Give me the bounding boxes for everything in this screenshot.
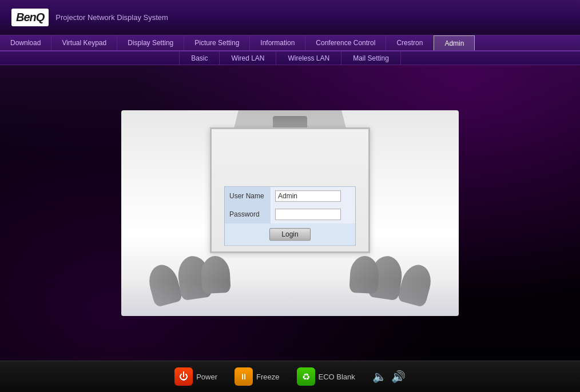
password-input[interactable] [275,209,341,220]
floor [121,282,459,316]
main-content: User Name Password Login [0,65,580,361]
bottom-toolbar: ⏻ Power ⏸ Freeze ♻ ECO Blank 🔈 🔊 [0,361,580,392]
nav-conference-control[interactable]: Conference Control [305,35,386,50]
username-row: User Name [225,187,355,205]
power-label: Power [196,373,217,381]
nav-crestron[interactable]: Crestron [386,35,434,50]
eco-icon: ♻ [297,367,315,386]
power-button[interactable]: ⏻ Power [174,367,217,386]
logo-area: BenQ Projector Network Display System [11,9,168,26]
password-row: Password [225,205,355,223]
username-input-cell [271,187,355,205]
freeze-label: Freeze [256,373,279,381]
login-button-row: Login [225,223,355,245]
eco-blank-label: ECO Blank [319,373,355,381]
login-table: User Name Password Login [225,187,355,245]
navbar: Download Virtual Keypad Display Setting … [0,35,580,51]
subnav-mail-setting[interactable]: Mail Setting [341,51,401,65]
benq-logo: BenQ [11,9,49,26]
nav-admin[interactable]: Admin [434,35,475,50]
nav-display-setting[interactable]: Display Setting [117,35,184,50]
eco-blank-button[interactable]: ♻ ECO Blank [297,367,355,386]
freeze-button[interactable]: ⏸ Freeze [235,367,279,386]
subnav: Basic Wired LAN Wireless LAN Mail Settin… [0,51,580,65]
subnav-basic[interactable]: Basic [179,51,220,65]
login-button[interactable]: Login [269,228,310,241]
logo-subtitle: Projector Network Display System [55,13,168,22]
nav-virtual-keypad[interactable]: Virtual Keypad [51,35,117,50]
subnav-wireless-lan[interactable]: Wireless LAN [276,51,341,65]
nav-download[interactable]: Download [0,35,51,50]
nav-information[interactable]: Information [250,35,305,50]
subnav-wired-lan[interactable]: Wired LAN [220,51,276,65]
volume-min-icon: 🔈 [372,370,387,383]
volume-area: 🔈 🔊 [372,370,406,383]
login-form: User Name Password Login [224,186,356,246]
password-input-cell [271,205,355,223]
username-input[interactable] [275,190,341,202]
login-button-cell: Login [225,223,355,245]
password-label: Password [225,205,271,223]
projector-scene: User Name Password Login [121,110,459,316]
freeze-icon: ⏸ [235,367,253,386]
power-icon: ⏻ [174,367,193,386]
username-label: User Name [225,187,271,205]
nav-picture-setting[interactable]: Picture Setting [184,35,250,50]
volume-max-icon: 🔊 [391,370,406,383]
header: BenQ Projector Network Display System [0,0,580,35]
